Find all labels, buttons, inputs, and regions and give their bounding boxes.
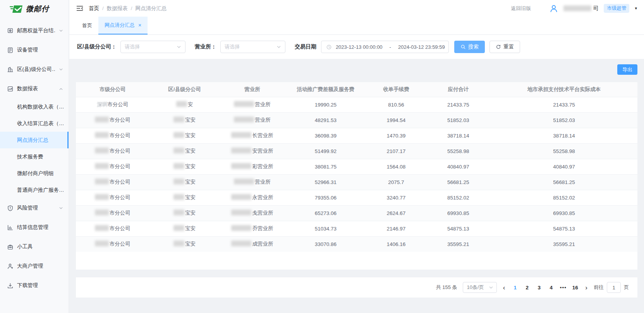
sidebar-item[interactable]: 小工具	[0, 237, 69, 256]
redacted-text	[173, 194, 184, 200]
chevron-down-icon	[59, 67, 63, 72]
cell-acquiring-fee: 2075.7	[366, 174, 426, 190]
cell-promo-fee: 36098.39	[285, 128, 366, 143]
search-icon	[460, 44, 466, 50]
cell-platform-cost: 69930.85	[491, 205, 637, 221]
district-select[interactable]: 请选择	[120, 41, 185, 53]
sidebar-item[interactable]: 风险管理	[0, 198, 69, 218]
office-filter-label: 营业所：	[195, 43, 216, 50]
table-body: 深圳市分公司安营业所19990.25810.5621433.7521433.75…	[76, 97, 637, 252]
redacted-text	[95, 163, 109, 169]
redacted-text	[234, 179, 254, 184]
table-row: 市分公司宝安成营业所33070.861406.1635595.2135595.2…	[76, 236, 637, 252]
cell-promo-fee: 51499.92	[285, 143, 366, 159]
breadcrumb-reports[interactable]: 数据报表	[107, 5, 128, 12]
chevron-down-icon	[276, 45, 281, 49]
sidebar-item[interactable]: 邮惠权益平台结…	[0, 21, 69, 40]
cell-district: 宝安	[149, 112, 220, 128]
weiyoufu-logo-icon	[9, 4, 23, 14]
role-dropdown-caret-icon[interactable]: ▾	[635, 6, 637, 11]
redacted-text	[176, 101, 187, 107]
redacted-text	[231, 241, 251, 246]
cell-city: 市分公司	[76, 128, 149, 143]
collapse-menu-icon[interactable]	[76, 5, 83, 11]
chevron-down-icon	[489, 285, 493, 290]
column-header: 区/县级分公司	[149, 82, 220, 97]
goto-page-input[interactable]	[607, 282, 621, 293]
topbar-right: 返回旧版 司 市级超管 ▾	[511, 4, 637, 13]
tab[interactable]: 首页	[76, 17, 98, 34]
page-number[interactable]: 4	[547, 285, 555, 291]
cell-city: 市分公司	[76, 190, 149, 205]
chevron-up-icon	[59, 87, 63, 91]
redacted-text	[95, 225, 109, 231]
redacted-text	[231, 148, 251, 153]
reset-button[interactable]: 重置	[489, 41, 520, 53]
district-select-placeholder: 请选择	[125, 43, 177, 50]
cell-acquiring-fee: 1406.16	[366, 236, 426, 252]
close-tab-icon[interactable]: ×	[138, 22, 141, 28]
cell-payable-total: 54875.13	[426, 221, 491, 236]
date-end-value[interactable]: 2024-03-12 23:59:59	[398, 44, 445, 50]
redacted-text	[95, 117, 109, 122]
cell-district: 宝安	[149, 174, 220, 190]
tab[interactable]: 网点清分汇总×	[98, 17, 148, 34]
cell-platform-cost: 35595.21	[491, 236, 637, 252]
redacted-text	[173, 210, 184, 215]
refresh-icon	[496, 44, 501, 50]
export-button[interactable]: 导出	[617, 64, 637, 75]
sidebar-subitem[interactable]: 机构数据收入表（…	[0, 98, 69, 115]
chevron-down-icon	[59, 29, 63, 33]
cell-payable-total: 55258.98	[426, 143, 491, 159]
breadcrumb-home[interactable]: 首页	[89, 5, 99, 12]
sidebar-item[interactable]: 大商户管理	[0, 256, 69, 276]
sidebar-item[interactable]: 结算信息管理	[0, 218, 69, 237]
report-table-card: 市级分公司区/县级分公司营业所活动推广费差额及服务费收单手续费应付合计地市承担支…	[76, 82, 637, 270]
table-row: 市分公司宝安安营业所51499.922107.1755258.9855258.9…	[76, 143, 637, 159]
sidebar-subitem[interactable]: 普通商户推广服务…	[0, 182, 69, 198]
table-toolbar: 导出	[76, 64, 637, 75]
redacted-text	[231, 163, 251, 169]
clock-icon	[326, 44, 332, 50]
cell-acquiring-fee: 2146.97	[366, 221, 426, 236]
cell-office: 成营业所	[220, 236, 285, 252]
cell-acquiring-fee: 2624.67	[366, 205, 426, 221]
page-number[interactable]: 16	[571, 285, 579, 291]
tabs-bar: 首页网点清分汇总×	[69, 17, 644, 35]
sidebar-subitem[interactable]: 网点清分汇总	[0, 132, 69, 148]
date-start-value[interactable]: 2023-12-13 00:00:00	[336, 44, 383, 50]
chevron-down-icon	[59, 206, 63, 210]
page-number[interactable]: 2	[523, 285, 531, 291]
cell-office: 营业所	[220, 97, 285, 112]
brand-name: 微邮付	[26, 4, 49, 14]
next-page-button[interactable]: ›	[584, 284, 588, 291]
sidebar-item[interactable]: 数据报表	[0, 79, 69, 98]
search-button[interactable]: 搜索	[454, 41, 485, 53]
table-row: 深圳市分公司安营业所19990.25810.5621433.7521433.75	[76, 97, 637, 112]
redacted-text	[173, 163, 184, 169]
redacted-text	[95, 132, 109, 138]
office-select[interactable]: 请选择	[220, 41, 285, 53]
cell-office: 乔营业所	[220, 221, 285, 236]
page-number[interactable]: 1	[511, 285, 519, 291]
date-range-picker[interactable]: 2023-12-13 00:00:00 - 2024-03-12 23:59:5…	[321, 41, 449, 53]
back-to-old-version-link[interactable]: 返回旧版	[511, 5, 531, 12]
sidebar-item[interactable]: 下载管理	[0, 276, 69, 295]
prev-page-button[interactable]: ‹	[502, 284, 506, 291]
sidebar-item[interactable]: 区(县)级分公司…	[0, 60, 69, 79]
sidebar-item[interactable]: 设备管理	[0, 40, 69, 60]
office-select-placeholder: 请选择	[225, 43, 276, 50]
page-size-select[interactable]: 10条/页	[463, 282, 497, 293]
cell-district: 宝安	[149, 236, 220, 252]
cell-promo-fee: 52966.31	[285, 174, 366, 190]
page-number[interactable]: 3	[535, 285, 543, 291]
cell-payable-total: 38718.14	[426, 128, 491, 143]
sidebar-subitem[interactable]: 收入结算汇总表（…	[0, 115, 69, 132]
cell-payable-total: 21433.75	[426, 97, 491, 112]
column-header: 应付合计	[426, 82, 491, 97]
cell-city: 市分公司	[76, 236, 149, 252]
redacted-text	[234, 101, 254, 107]
redacted-text	[173, 225, 184, 231]
sidebar-subitem[interactable]: 技术服务费	[0, 148, 69, 165]
sidebar-subitem[interactable]: 微邮付商户明细	[0, 165, 69, 182]
